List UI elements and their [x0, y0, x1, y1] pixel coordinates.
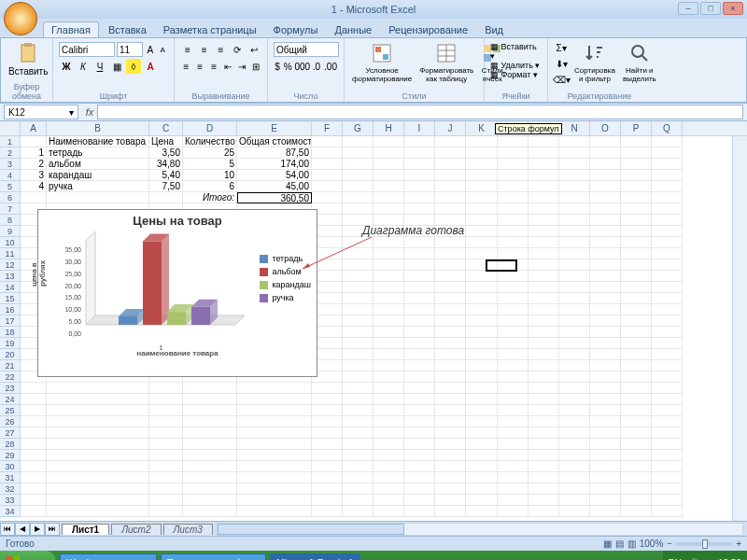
row-header[interactable]: 18: [0, 327, 21, 338]
cell[interactable]: [21, 416, 47, 427]
cell[interactable]: [529, 506, 559, 517]
cell[interactable]: 25: [183, 147, 237, 159]
find-select-button[interactable]: Найти и выделить: [621, 40, 658, 85]
cell[interactable]: [529, 483, 559, 495]
cell[interactable]: [652, 349, 683, 360]
cell[interactable]: [621, 439, 652, 450]
cell[interactable]: [374, 304, 404, 315]
row-header[interactable]: 5: [0, 181, 21, 192]
cell[interactable]: [559, 416, 590, 427]
comma-icon[interactable]: 000: [295, 59, 310, 74]
cell[interactable]: [559, 159, 590, 170]
cell[interactable]: [559, 170, 590, 181]
col-header[interactable]: A: [21, 121, 47, 135]
cell[interactable]: [343, 439, 374, 450]
cell[interactable]: Цена: [149, 136, 183, 147]
cell[interactable]: [466, 136, 498, 147]
cell[interactable]: [466, 282, 498, 293]
cell[interactable]: [435, 170, 466, 181]
cell[interactable]: [374, 405, 404, 416]
cell[interactable]: [466, 360, 498, 371]
cell[interactable]: [559, 327, 590, 338]
cell[interactable]: [621, 248, 652, 259]
cell[interactable]: [559, 271, 590, 282]
cell[interactable]: [652, 338, 683, 349]
col-header[interactable]: O: [590, 121, 621, 135]
row-header[interactable]: 28: [0, 439, 21, 450]
col-header[interactable]: H: [374, 121, 404, 135]
cell[interactable]: [559, 136, 590, 147]
cell[interactable]: [559, 483, 590, 495]
cell[interactable]: [237, 439, 312, 450]
cell[interactable]: [435, 338, 466, 349]
row-header[interactable]: 3: [0, 159, 21, 170]
cell[interactable]: [312, 405, 343, 416]
cell[interactable]: [590, 315, 621, 327]
cell[interactable]: [621, 203, 652, 215]
align-top-icon[interactable]: ≡: [180, 42, 195, 57]
cell[interactable]: [466, 304, 498, 315]
cell[interactable]: [312, 416, 343, 427]
cell[interactable]: 360,50: [237, 192, 312, 203]
col-header[interactable]: Q: [652, 121, 683, 135]
cell[interactable]: [559, 304, 590, 315]
cell[interactable]: [237, 416, 312, 427]
cell[interactable]: [374, 192, 404, 203]
underline-button[interactable]: Ч: [92, 59, 107, 74]
cell[interactable]: [404, 282, 435, 293]
cell[interactable]: [621, 304, 652, 315]
cell[interactable]: [621, 181, 652, 192]
row-header[interactable]: 34: [0, 506, 21, 517]
cell[interactable]: [435, 181, 466, 192]
autosum-icon[interactable]: Σ▾: [554, 40, 569, 55]
row-header[interactable]: 24: [0, 394, 21, 405]
cell[interactable]: [498, 136, 529, 147]
cell[interactable]: [343, 136, 374, 147]
cell[interactable]: [466, 349, 498, 360]
cell[interactable]: [404, 483, 435, 495]
cell[interactable]: 10: [183, 170, 237, 181]
cell[interactable]: 45,00: [237, 181, 312, 192]
cell[interactable]: [529, 147, 559, 159]
sheet-tab-3[interactable]: Лист3: [163, 524, 213, 535]
cell[interactable]: [498, 495, 529, 506]
cell[interactable]: [374, 394, 404, 405]
cell[interactable]: [404, 248, 435, 259]
cell[interactable]: [435, 360, 466, 371]
cell[interactable]: [621, 159, 652, 170]
first-sheet-button[interactable]: ⏮: [0, 523, 15, 536]
col-header[interactable]: K: [466, 121, 498, 135]
tab-review[interactable]: Рецензирование: [381, 22, 475, 37]
cell[interactable]: [529, 282, 559, 293]
cell[interactable]: [466, 461, 498, 472]
font-size-input[interactable]: [117, 42, 143, 57]
cell[interactable]: 3: [21, 170, 47, 181]
zoom-in-button[interactable]: +: [736, 539, 741, 549]
cell[interactable]: [559, 394, 590, 405]
cell[interactable]: [312, 136, 343, 147]
cell[interactable]: [466, 215, 498, 226]
cell[interactable]: [21, 495, 47, 506]
cell[interactable]: [343, 383, 374, 394]
row-header[interactable]: 33: [0, 495, 21, 506]
cell[interactable]: [343, 483, 374, 495]
cell[interactable]: [404, 405, 435, 416]
cell[interactable]: [529, 394, 559, 405]
cell[interactable]: [590, 405, 621, 416]
cell[interactable]: [183, 383, 237, 394]
cell[interactable]: [652, 450, 683, 461]
cell[interactable]: Количество: [183, 136, 237, 147]
cell[interactable]: [435, 371, 466, 383]
cell[interactable]: ручка: [47, 181, 149, 192]
cell[interactable]: [652, 192, 683, 203]
cell[interactable]: [529, 215, 559, 226]
cell[interactable]: [312, 181, 343, 192]
align-center-icon[interactable]: ≡: [194, 59, 206, 74]
tab-insert[interactable]: Вставка: [101, 22, 154, 37]
cell[interactable]: [343, 181, 374, 192]
cell[interactable]: [652, 226, 683, 237]
row-header[interactable]: 23: [0, 383, 21, 394]
row-header[interactable]: 32: [0, 483, 21, 495]
cell[interactable]: [435, 495, 466, 506]
cell[interactable]: [404, 293, 435, 304]
